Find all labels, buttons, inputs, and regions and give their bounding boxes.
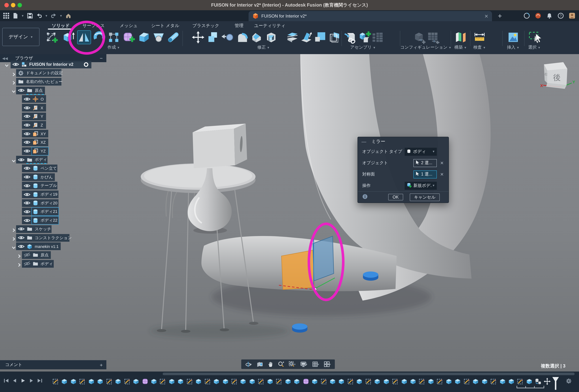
group-label-6[interactable]: 検査▼ — [473, 45, 486, 50]
ribbon-tab-7[interactable]: ユーティリティ — [254, 23, 285, 29]
group-label-7[interactable]: 挿入▼ — [507, 45, 519, 50]
timeline-feature-move[interactable] — [544, 377, 551, 386]
joint-icon[interactable] — [344, 31, 357, 44]
new-tab-button[interactable]: + — [498, 11, 502, 21]
timeline-feature-sketch[interactable] — [391, 377, 399, 386]
save-icon[interactable] — [27, 12, 33, 19]
undo-icon[interactable] — [36, 12, 42, 19]
cancel-button[interactable]: キャンセル — [410, 193, 440, 201]
app-grid-icon[interactable] — [3, 12, 9, 19]
chevron-down-icon[interactable]: ▼ — [21, 14, 24, 17]
config-cube-icon[interactable] — [412, 31, 426, 44]
timeline-feature-sketch[interactable] — [490, 377, 497, 386]
tree-expander-icon[interactable] — [12, 227, 16, 231]
tree-row-O[interactable]: O — [22, 95, 46, 103]
construct-plane-icon[interactable] — [454, 31, 467, 44]
viewcube-right-label[interactable]: 右 — [544, 73, 548, 76]
group-label-4[interactable]: コンフィギュレーション▼ — [400, 45, 451, 50]
timeline-feature-sketch[interactable] — [347, 377, 354, 386]
tree-row-Y[interactable]: Y — [22, 112, 46, 120]
visibility-eye-icon[interactable] — [23, 149, 31, 154]
timeline-feature-extrude[interactable] — [526, 377, 533, 386]
ribbon-tab-1[interactable]: ソリッド — [52, 23, 70, 29]
timeline-feature-sketch[interactable] — [231, 377, 238, 386]
chevron-down-icon[interactable]: ▼ — [317, 363, 320, 366]
tree-row-原点[interactable]: 原点 — [16, 86, 45, 94]
timeline-feature-extrude[interactable] — [284, 377, 291, 386]
form-icon[interactable] — [122, 31, 135, 44]
timeline-feature-extrude[interactable] — [454, 377, 461, 386]
loft-icon[interactable] — [138, 31, 150, 44]
ribbon-tab-2[interactable]: サーフェス — [82, 23, 105, 29]
timeline-feature-extrude[interactable] — [373, 377, 381, 386]
tree-row-manekin v1:1[interactable]: manekin v1:1 — [16, 242, 61, 250]
visibility-eye-icon[interactable] — [12, 62, 19, 67]
tree-row-ボディ21[interactable]: ボディ21 — [22, 208, 59, 216]
timeline-feature-extrude[interactable] — [472, 377, 479, 386]
timeline-feature-sketch[interactable] — [418, 377, 426, 386]
tree-expander-icon[interactable] — [12, 88, 16, 92]
timeline-skip-start-button[interactable] — [4, 378, 9, 383]
visibility-eye-icon[interactable] — [23, 192, 31, 197]
visibility-eye-icon[interactable] — [23, 166, 31, 171]
clear-selection-icon[interactable]: ✕ — [440, 172, 444, 177]
timeline-feature-extrude[interactable] — [177, 377, 184, 386]
tree-row-かびん[interactable]: かびん — [22, 173, 55, 181]
chevron-down-icon[interactable]: ▼ — [293, 363, 296, 366]
tree-row-ボディ19[interactable]: ボディ19 — [22, 190, 59, 198]
file-icon[interactable] — [12, 12, 19, 19]
create-sketch-icon[interactable] — [45, 31, 58, 44]
origin-handle[interactable] — [313, 288, 317, 291]
tree-expander-icon[interactable] — [12, 236, 16, 240]
activate-component-radio[interactable] — [83, 62, 89, 67]
mirror-plane-picker[interactable]: 1 選... — [413, 170, 437, 178]
timeline-feature-sketch[interactable] — [276, 377, 283, 386]
mirror-dialog[interactable]: — ミラー オブジェクト タイプ ボディ ▼ オブジェクト 2 選... ✕ 対… — [358, 137, 449, 203]
patch-icon[interactable] — [152, 31, 165, 44]
group-label-2[interactable]: 修正▼ — [257, 45, 270, 50]
timeline-feature-sketch[interactable] — [204, 377, 211, 386]
pan-icon[interactable] — [267, 361, 274, 368]
tree-row-ペン立て[interactable]: ペン立て — [22, 164, 57, 172]
close-tab-icon[interactable]: ✕ — [484, 13, 488, 19]
timeline-feature-sketch[interactable] — [517, 377, 524, 386]
minimize-panel-icon[interactable]: − — [100, 55, 103, 61]
timeline-feature-extrude[interactable] — [150, 377, 157, 386]
info-icon[interactable] — [362, 194, 368, 201]
timeline-feature-extrude[interactable] — [311, 377, 318, 386]
press-pull-icon[interactable] — [221, 31, 234, 44]
visibility-eye-icon[interactable] — [17, 244, 25, 249]
visibility-eye-icon[interactable] — [23, 252, 31, 258]
tree-row-ボディ[interactable]: ボディ — [16, 156, 48, 163]
timeline-feature-extrude[interactable] — [213, 377, 220, 386]
tree-row-テーブル[interactable]: テーブル — [22, 182, 57, 190]
timeline-feature-extrude[interactable] — [409, 377, 417, 386]
timeline-feature-extrude[interactable] — [97, 377, 104, 386]
timeline-feature-extrude[interactable] — [88, 377, 95, 386]
chevron-down-icon[interactable]: ▼ — [250, 363, 252, 366]
tree-row-X[interactable]: X — [22, 104, 46, 112]
bell-icon[interactable] — [546, 12, 553, 19]
tree-row-ボディ[interactable]: ボディ — [22, 260, 54, 267]
timeline-feature-extrude[interactable] — [338, 377, 345, 386]
combine-icon[interactable] — [207, 31, 220, 44]
chevron-down-icon[interactable]: ▼ — [329, 363, 331, 366]
3d-viewport[interactable]: X Y 下 後 右 複数選択 | 3 — [0, 54, 579, 372]
group-label-8[interactable]: 選択▼ — [528, 45, 541, 50]
tree-row-XZ[interactable]: XZ — [22, 139, 48, 146]
measure-icon[interactable] — [473, 31, 486, 44]
visibility-eye-icon[interactable] — [23, 140, 31, 145]
select-icon[interactable] — [528, 31, 541, 44]
workspace-switcher[interactable]: デザイン ▼ — [2, 28, 39, 46]
timeline-feature-sketch[interactable] — [105, 377, 113, 386]
timeline-feature-sketch[interactable] — [186, 377, 193, 386]
ribbon-tab-5[interactable]: プラスチック — [192, 23, 219, 29]
tree-expander-icon[interactable] — [12, 244, 16, 248]
visibility-eye-icon[interactable] — [17, 235, 25, 240]
timeline-step-forward-button[interactable] — [29, 378, 34, 383]
group-label-1[interactable]: 作成▼ — [107, 45, 120, 50]
document-tab[interactable]: FUISON for Interior v2* ✕ — [249, 11, 492, 21]
visibility-eye-icon[interactable] — [23, 114, 31, 119]
objects-picker[interactable]: 2 選... — [413, 159, 437, 167]
tree-expander-icon[interactable] — [12, 158, 16, 162]
